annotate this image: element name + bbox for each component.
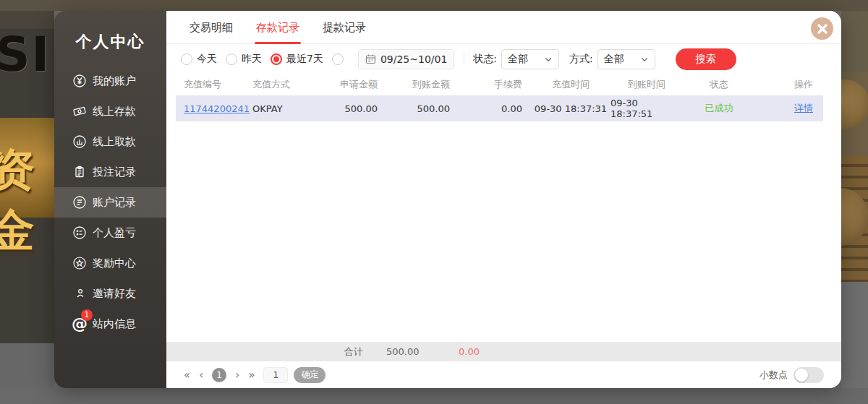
radio-last-7-days[interactable] bbox=[271, 53, 282, 65]
pagination-bar: « ‹ 1 › » 确定 小数点 bbox=[166, 361, 841, 388]
person-icon bbox=[72, 285, 88, 301]
banknote-icon bbox=[72, 103, 88, 119]
status-select[interactable]: 全部 bbox=[501, 49, 559, 69]
chevron-down-icon bbox=[640, 55, 649, 64]
sidebar-item-label: 奖励中心 bbox=[93, 257, 136, 270]
search-button[interactable]: 搜索 bbox=[676, 48, 736, 70]
sidebar-item-online-withdraw[interactable]: 线上取款 bbox=[54, 126, 166, 157]
radio-today-label[interactable]: 今天 bbox=[197, 53, 217, 66]
radio-today[interactable] bbox=[181, 53, 192, 65]
sidebar-item-label: 邀请好友 bbox=[93, 287, 136, 301]
tab-deposit-records[interactable]: 存款记录 bbox=[255, 11, 301, 44]
recharge-id-link[interactable]: 11744200241 bbox=[184, 103, 250, 114]
col-header-status: 状态 bbox=[710, 78, 728, 91]
page-confirm-button[interactable]: 确定 bbox=[294, 367, 326, 383]
personal-center-modal: 个人中心 我的账户 线上存款 bbox=[54, 11, 841, 388]
radio-custom-range[interactable] bbox=[332, 53, 344, 65]
sidebar-item-bet-records[interactable]: 投注记录 bbox=[54, 157, 166, 187]
table-header-row: 充值编号 充值方式 申请金额 到账金额 手续费 充值时间 到账时间 状态 操作 bbox=[176, 74, 823, 95]
fee: 0.00 bbox=[501, 103, 531, 114]
col-header-recharge-id: 充值编号 bbox=[184, 78, 221, 91]
date-range-picker[interactable]: 09/25~10/01 bbox=[358, 49, 454, 69]
records-tabbar: 交易明细 存款记录 提款记录 bbox=[166, 11, 841, 44]
star-circle-icon bbox=[72, 255, 88, 271]
clipboard-icon bbox=[72, 164, 88, 180]
sidebar-item-label: 线上取款 bbox=[93, 135, 136, 149]
received-amount: 500.00 bbox=[417, 103, 459, 114]
col-header-recharge-method: 充值方式 bbox=[252, 78, 290, 91]
details-link[interactable]: 详情 bbox=[794, 102, 820, 115]
page-jump-input[interactable] bbox=[263, 367, 288, 383]
yen-circle-icon bbox=[72, 73, 88, 89]
sidebar-item-reward-center[interactable]: 奖励中心 bbox=[54, 248, 166, 278]
tab-transaction-details[interactable]: 交易明细 bbox=[188, 11, 234, 44]
unread-badge: 1 bbox=[81, 309, 93, 321]
col-header-received-amount: 到账金额 bbox=[412, 78, 459, 91]
col-header-received-time: 到账时间 bbox=[628, 78, 665, 91]
last-page-button[interactable]: » bbox=[248, 369, 255, 382]
sidebar-item-label: 账户记录 bbox=[93, 196, 136, 210]
decimal-toggle-switch[interactable] bbox=[793, 367, 824, 383]
sidebar: 个人中心 我的账户 线上存款 bbox=[54, 11, 166, 388]
radio-yesterday-label[interactable]: 昨天 bbox=[242, 53, 262, 66]
ledger-circle-icon bbox=[72, 194, 88, 210]
at-icon: @ 1 bbox=[72, 316, 88, 332]
coin-icon bbox=[841, 79, 868, 130]
tab-withdraw-records[interactable]: 提款记录 bbox=[321, 11, 367, 44]
col-header-fee: 手续费 bbox=[494, 78, 531, 91]
close-button[interactable] bbox=[811, 17, 833, 40]
backdrop-left: SI 资金 bbox=[0, 11, 54, 388]
backdrop-banner-text: 资金 bbox=[0, 139, 54, 261]
radio-yesterday[interactable] bbox=[226, 53, 237, 65]
table-row: 11744200241 OKPAY 500.00 500.00 0.00 09-… bbox=[176, 95, 823, 121]
decimal-toggle-label: 小数点 bbox=[760, 369, 788, 382]
next-page-button[interactable]: › bbox=[235, 369, 239, 382]
col-header-recharge-time: 充值时间 bbox=[552, 78, 590, 91]
summary-label: 合计 bbox=[344, 345, 363, 358]
page-title: 个人中心 bbox=[54, 31, 166, 53]
status-select-value: 全部 bbox=[508, 53, 528, 66]
status-badge: 已成功 bbox=[705, 102, 733, 115]
recharge-time: 09-30 18:37:31 bbox=[535, 103, 607, 114]
filter-bar: 今天 昨天 最近7天 09/25~10/01 状态: 全部 bbox=[166, 44, 841, 74]
backdrop-logo-text: SI bbox=[0, 27, 51, 82]
summary-amount: 500.00 bbox=[386, 346, 459, 357]
apply-amount: 500.00 bbox=[345, 103, 387, 114]
status-label: 状态: bbox=[473, 53, 497, 66]
col-header-apply-amount: 申请金额 bbox=[340, 78, 386, 91]
sidebar-item-invite-friends[interactable]: 邀请好友 bbox=[54, 278, 166, 309]
sidebar-item-my-account[interactable]: 我的账户 bbox=[54, 66, 166, 96]
sidebar-menu: 我的账户 线上存款 线上取款 bbox=[54, 66, 166, 339]
divider bbox=[464, 53, 464, 65]
sidebar-item-label: 我的账户 bbox=[93, 74, 136, 88]
sidebar-item-account-records[interactable]: 账户记录 bbox=[54, 187, 166, 218]
backdrop-bottom-strip bbox=[0, 388, 868, 404]
current-page-button[interactable]: 1 bbox=[212, 368, 226, 382]
radio-last-7-days-label[interactable]: 最近7天 bbox=[286, 53, 323, 66]
sidebar-item-label: 线上存款 bbox=[93, 105, 136, 119]
toggle-knob bbox=[795, 369, 808, 382]
first-page-button[interactable]: « bbox=[184, 369, 190, 382]
method-select[interactable]: 全部 bbox=[597, 49, 655, 69]
backdrop-right-top bbox=[841, 11, 868, 72]
sidebar-item-label: 站内信息 bbox=[93, 317, 136, 331]
prev-page-button[interactable]: ‹ bbox=[199, 369, 203, 382]
method-label: 方式: bbox=[569, 53, 593, 66]
backdrop-right bbox=[841, 11, 868, 388]
backdrop-right-bottom bbox=[841, 282, 868, 388]
close-icon bbox=[817, 23, 828, 35]
calendar-icon bbox=[365, 53, 376, 64]
col-header-action: 操作 bbox=[794, 78, 820, 91]
account-records-panel: 交易明细 存款记录 提款记录 今天 昨天 最近7天 09/25~10/01 状态… bbox=[166, 11, 841, 388]
sidebar-item-label: 投注记录 bbox=[93, 166, 136, 179]
summary-fee: 0.00 bbox=[459, 346, 531, 357]
list-circle-icon bbox=[72, 225, 88, 241]
sidebar-item-profit-loss[interactable]: 个人盈亏 bbox=[54, 218, 166, 248]
backdrop-left-footer bbox=[0, 343, 54, 388]
recharge-method: OKPAY bbox=[252, 103, 283, 114]
received-time: 09-30 18:37:51 bbox=[610, 98, 683, 119]
sidebar-item-site-messages[interactable]: @ 1 站内信息 bbox=[54, 309, 166, 339]
sidebar-item-online-deposit[interactable]: 线上存款 bbox=[54, 96, 166, 126]
summary-row: 合计 500.00 0.00 bbox=[166, 342, 841, 361]
withdraw-circle-icon bbox=[72, 134, 88, 150]
